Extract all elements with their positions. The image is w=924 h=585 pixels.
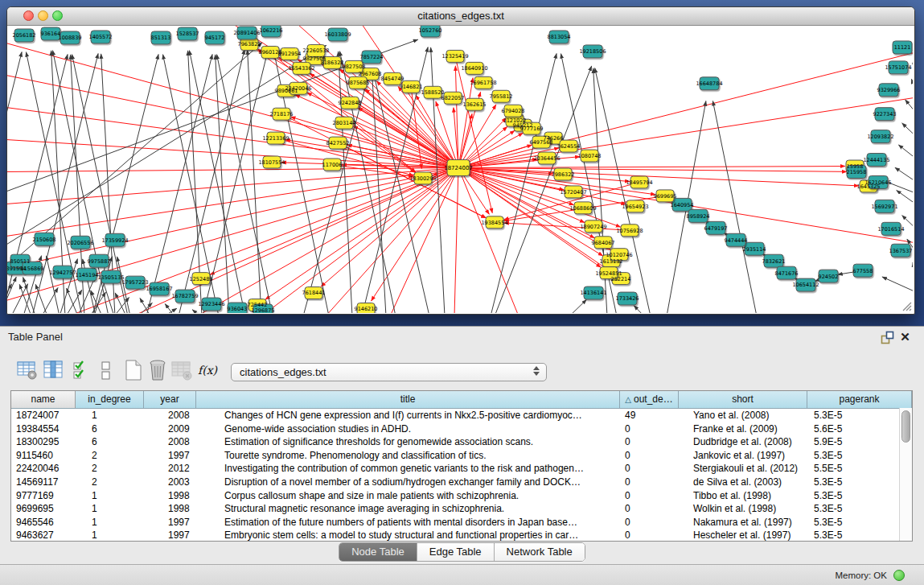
graph-edge — [7, 168, 458, 301]
graph-node-label: 13505135 — [97, 274, 124, 281]
table-row[interactable]: 1872400712008Changes of HCN gene express… — [11, 409, 912, 422]
graph-node-label: 1156869 — [21, 266, 44, 272]
graph-edge — [902, 123, 913, 135]
graph-node-label: 19384554 — [481, 220, 507, 226]
column-header-out_de[interactable]: △out_de… — [620, 391, 679, 408]
table-cell: Yano et al. (2008) — [679, 409, 807, 422]
table-cell: 1998 — [144, 502, 196, 516]
select-all-icon[interactable] — [72, 359, 92, 381]
float-panel-icon[interactable] — [881, 331, 894, 344]
graph-edge — [265, 168, 458, 300]
graph-edge — [634, 306, 644, 313]
table-row[interactable]: 946554611997Estimation of the future num… — [11, 516, 912, 529]
graph-node-label: 10756928 — [616, 228, 643, 234]
graph-node-label: 677558 — [853, 268, 873, 274]
window-resize-grip[interactable] — [901, 300, 913, 312]
table-row[interactable]: 1830029562008Estimation of significance … — [11, 435, 912, 449]
column-header-name[interactable]: name — [11, 391, 76, 408]
graph-node-label: 16648784 — [696, 80, 722, 87]
graph-edge — [458, 105, 496, 167]
delete-table-icon[interactable] — [146, 359, 169, 381]
graph-node-label: 1252489 — [190, 276, 213, 282]
tab-network-table[interactable]: Network Table — [495, 543, 585, 561]
table-row[interactable]: 911546021997Tourette syndrome. Phenomeno… — [11, 449, 912, 463]
table-cell: 5.3E-5 — [807, 476, 912, 489]
tab-node-table[interactable]: Node Table — [339, 543, 417, 561]
scrollbar-thumb[interactable] — [901, 410, 910, 443]
graph-node-label: 15751074 — [885, 64, 911, 71]
table-row[interactable]: 1456911722003Disruption of a novel membe… — [11, 476, 912, 489]
dropdown-arrows-icon — [533, 366, 540, 376]
graph-node-label: 7963822 — [238, 41, 261, 47]
graph-node-label: 1615132 — [600, 258, 623, 265]
graph-node-label: 16961758 — [470, 80, 496, 86]
tab-edge-table[interactable]: Edge Table — [417, 543, 495, 561]
table-tabs: Node TableEdge TableNetwork Table — [339, 542, 585, 562]
graph-node-label: 19218506 — [579, 48, 606, 55]
graph-node-label: 1008839 — [59, 35, 82, 41]
table-cell: 1 — [76, 502, 144, 516]
graph-node-label: 9827508 — [343, 64, 366, 70]
graph-node-label: 12444135 — [863, 157, 889, 163]
table-cell: Structural magnetic resonance image aver… — [196, 502, 620, 516]
table-cell: 9777169 — [11, 489, 76, 503]
graph-node-label: 16033809 — [324, 31, 351, 38]
table-body: 1872400712008Changes of HCN gene express… — [11, 409, 912, 542]
table-cell: 18724007 — [11, 409, 76, 422]
graph-edge — [895, 167, 913, 180]
column-header-short[interactable]: short — [679, 391, 807, 408]
table-cell: 1 — [76, 516, 144, 529]
table-cell: 5.3E-5 — [807, 449, 912, 463]
graph-node-label: 15720407 — [560, 189, 586, 196]
minimize-traffic-light[interactable] — [38, 10, 48, 21]
new-table-icon[interactable] — [122, 359, 145, 381]
close-panel-icon[interactable]: ✕ — [898, 329, 912, 344]
column-header-pagerank[interactable]: pagerank — [807, 391, 912, 408]
graph-node-label: 8427552 — [326, 140, 350, 146]
graph-node-label: 936043 — [228, 306, 248, 312]
function-builder-icon[interactable]: f(x) — [198, 359, 219, 381]
graph-node-label: 9875685 — [347, 80, 370, 86]
table-cell: 19384554 — [11, 422, 76, 436]
network-window: citations_edges.txt 11121159581170062159… — [6, 6, 915, 315]
graph-node-label: 18300295 — [409, 175, 436, 182]
table-cell: 5.3E-5 — [807, 502, 912, 516]
graph-node-label: 6794028 — [502, 108, 525, 114]
table-select-dropdown[interactable]: citations_edges.txt — [231, 363, 547, 381]
delete-column-icon[interactable] — [170, 359, 193, 381]
graph-node-label: 215958 — [847, 169, 867, 175]
graph-node-label: 1145194 — [76, 272, 99, 278]
table-header-row: namein_degreeyeartitle△out_de…shortpager… — [11, 391, 912, 409]
graph-node-label: 23420046 — [285, 85, 311, 92]
unselect-all-icon[interactable] — [100, 359, 113, 381]
graph-node-label: 15692971 — [871, 204, 897, 210]
column-header-year[interactable]: year — [144, 391, 196, 408]
table-select-value: citations_edges.txt — [240, 366, 326, 378]
table-mode-icon[interactable] — [16, 359, 39, 381]
column-header-in_degree[interactable]: in_degree — [76, 391, 144, 408]
vertical-scrollbar[interactable] — [899, 408, 912, 541]
table-row[interactable]: 969969511998Structural magnetic resonanc… — [11, 502, 912, 516]
table-cell: 0 — [620, 449, 679, 463]
graph-node-label: 851313 — [151, 35, 171, 41]
graph-node-label: 20206556 — [67, 240, 93, 246]
table-row[interactable]: 1938455462009Genome-wide association stu… — [11, 422, 912, 436]
table-cell: 2003 — [144, 476, 196, 489]
sort-ascending-icon: △ — [625, 395, 631, 404]
show-columns-icon[interactable] — [42, 359, 64, 381]
table-row[interactable]: 977716911998Corpus callosum shape and si… — [11, 489, 912, 503]
graph-node-label: 16958167 — [146, 286, 172, 292]
table-cell: de Silva et al. (2003) — [679, 476, 807, 489]
table-cell: 2009 — [144, 422, 196, 436]
graph-node-label: 9329966 — [877, 87, 901, 93]
table-row[interactable]: 946362711997Embryonic stem cells: a mode… — [11, 529, 912, 542]
graph-node-label: 8960128 — [259, 49, 282, 56]
close-traffic-light[interactable] — [23, 10, 34, 21]
graph-node-label: 9827505 — [303, 56, 326, 62]
zoom-traffic-light[interactable] — [52, 10, 63, 21]
network-canvas[interactable]: 1112115958117006215958252214391594677558… — [7, 26, 913, 313]
graph-node-label: 9242848 — [339, 100, 362, 106]
graph-node-label: 1528537 — [176, 31, 199, 37]
column-header-title[interactable]: title — [196, 391, 620, 408]
table-row[interactable]: 2242004622012Investigating the contribut… — [11, 462, 912, 476]
